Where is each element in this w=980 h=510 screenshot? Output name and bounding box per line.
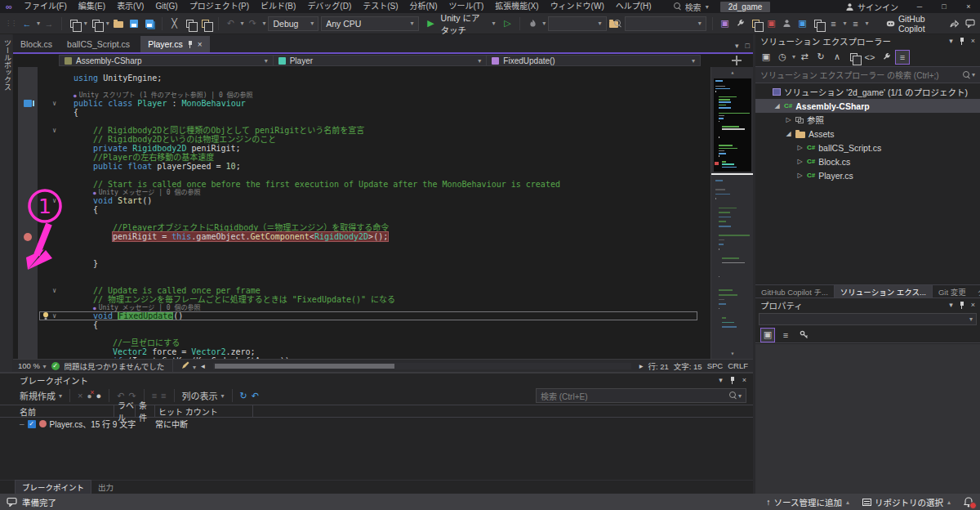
fold-chevron-icon[interactable]: ∨ [52,311,56,320]
problems-status-label[interactable]: 問題は見つかりませんでした [65,360,165,372]
spaces-indicator[interactable]: SPC [707,361,724,370]
platform-select[interactable]: Any CPU▾ [321,16,418,31]
navigate-forward-icon[interactable]: → [42,16,56,31]
codelens-label[interactable]: Unity メッセージ | 0 個の参照 [99,189,201,196]
eol-indicator[interactable]: CRLF [728,361,748,370]
menu-debug[interactable]: デバッグ(D) [301,2,357,11]
new-breakpoint-button[interactable]: 新規作成 ▾ [20,389,62,402]
window-menu-icon[interactable]: ▾ [949,301,953,309]
menu-edit[interactable]: 編集(E) [73,2,111,11]
preview-selected-items-icon[interactable]: ≡ [895,50,910,65]
toolbox-strip[interactable]: ツールボックス [0,34,13,372]
task-status-icon[interactable] [7,497,17,507]
paste-icon[interactable] [199,16,212,31]
empty-combobox[interactable]: ▾ [548,16,606,31]
line-indicator[interactable]: 行: 21 [648,360,668,372]
menu-project[interactable]: プロジェクト(P) [184,2,255,11]
save-icon[interactable] [127,16,140,31]
chevron-down-icon[interactable]: ▾ [738,392,742,400]
chevron-down-icon[interactable]: ▾ [84,20,87,27]
package-icon[interactable]: ▣ [796,16,809,31]
hscroll-right-icon[interactable]: ▸ [639,361,644,370]
panel-tab-2[interactable]: Git 変更 [933,285,972,298]
panel-tab-0[interactable]: GitHub Copilot チ... [755,285,834,298]
expander-closed-icon[interactable]: ▷ [796,158,804,165]
horizontal-scrollbar[interactable] [213,363,631,369]
menu-window[interactable]: ウィンドウ(W) [545,2,610,11]
format-list-icon[interactable]: ≡ [827,16,840,31]
notifications-bell-button[interactable] [964,497,973,508]
scroll-up-icon[interactable]: ▴ [711,69,753,76]
tree-item-Block.cs[interactable]: ▷C#Block.cs [755,154,980,168]
chevron-down-icon[interactable]: ▾ [240,20,243,27]
refresh-icon[interactable]: ↻ [813,50,828,65]
export-list-icon[interactable]: ≡ [161,391,166,400]
maximize-button[interactable]: □ [933,0,956,13]
fold-chevron-icon[interactable]: ∨ [52,126,56,135]
search-person-icon[interactable] [781,16,794,31]
codelens-label[interactable]: Unity スクリプト (1 件のアセット参照) | 0 個の参照 [79,92,253,99]
pending-changes-filter-icon[interactable]: ◷ [775,50,790,65]
menu-file[interactable]: ファイル(F) [18,2,73,11]
export-breakpoints-icon[interactable]: ↻ [240,391,247,401]
properties-title-bar[interactable]: プロパティ ▾ × [755,298,980,311]
expander-closed-icon[interactable]: ▷ [796,172,804,179]
expander-closed-icon[interactable]: ▷ [796,144,804,151]
redo-icon[interactable]: ↷ [128,391,136,401]
select-repository-button[interactable]: リポジトリの選択 ▴ [862,496,951,508]
show-columns-button[interactable]: 列の表示 ▾ [182,389,225,402]
title-search-button[interactable]: 検索 ▾ [669,1,714,13]
copy-docs-icon[interactable] [812,16,825,31]
hot-reload-icon[interactable] [526,16,539,31]
chevron-down-icon[interactable]: ▾ [792,53,795,60]
key-icon[interactable] [796,328,811,342]
expander-closed-icon[interactable]: ▷ [785,116,792,123]
tab-ballCS_Script.cs[interactable]: ballCS_Script.cs [60,36,137,52]
format-list-icon[interactable]: ≡ [849,16,862,31]
codelens-label[interactable]: Unity メッセージ | 0 個の参照 [99,304,201,311]
solution-name-badge[interactable]: 2d_game [720,2,771,12]
breakpoint-dot-icon[interactable] [24,233,32,241]
chevron-down-icon[interactable]: ▾ [37,20,40,27]
attach-to-unity-button[interactable]: ▶ Unity にアタッチ ▾ [421,11,499,36]
panel-tab-3[interactable]: クラス ビュー [972,285,980,298]
new-file-icon[interactable] [90,16,103,31]
navbar-member-dropdown[interactable]: FixedUpdate() ▾ [487,56,700,65]
column-indicator[interactable]: 文字: 15 [674,360,702,372]
cut-icon[interactable]: ╳ [168,16,181,31]
chevron-down-icon[interactable]: ▾ [972,71,975,78]
column-header-1[interactable]: ラベル [114,405,136,417]
tab-Player.cs[interactable]: Player.cs× [140,36,209,52]
collapse-all-icon[interactable]: ∧ [830,50,844,65]
new-project-icon[interactable] [68,16,81,31]
toolbar-grip[interactable]: ⋮⋮ [5,20,16,27]
chevron-down-icon[interactable]: ▾ [106,20,109,27]
menu-tools[interactable]: ツール(T) [443,2,490,11]
find-in-files-icon[interactable] [609,16,622,31]
zoom-select[interactable]: 100 % ▾ [18,361,47,370]
bottom-tab-出力[interactable]: 出力 [91,481,120,494]
properties-icon[interactable] [846,50,861,65]
delete-all-breakpoints-icon[interactable]: ● [87,391,92,400]
glyph-margin-cell[interactable] [18,233,38,241]
undo-icon[interactable]: ↶ [117,391,124,401]
column-header-3[interactable]: ヒット カウント [155,405,253,417]
solution-explorer-search-input[interactable]: ソリューション エクスプローラー の検索 (Ctrl+;) ▾ [755,67,980,83]
scroll-down-icon[interactable]: ▾ [711,350,753,357]
breakpoints-title-bar[interactable]: ブレークポイント ▾ × [0,374,753,387]
pen-edit-icon[interactable]: ▾ [181,361,196,371]
breakpoint-row[interactable]: – ✓ Player.cs、15 行 9 文字 常に中断 [0,418,753,430]
window-menu-icon[interactable]: ▾ [719,376,723,384]
tree-item-Assets[interactable]: ◢Assets [755,127,980,141]
empty-combobox[interactable]: ▾ [625,16,706,31]
add-to-source-control-button[interactable]: ↑ ソース管理に追加 ▴ [766,496,849,508]
chevron-down-icon[interactable]: ▾ [844,20,847,27]
github-copilot-button[interactable]: GitHub Copilot [883,14,946,34]
menu-view[interactable]: 表示(V) [111,2,149,11]
wrench-icon[interactable] [734,16,747,31]
tree-item-参照[interactable]: ▷参照 [755,113,980,127]
minimize-button[interactable]: ─ [908,0,931,13]
menu-test[interactable]: テスト(S) [357,2,403,11]
navigate-back-icon[interactable]: ← [20,16,33,31]
layers-icon[interactable] [750,16,763,31]
